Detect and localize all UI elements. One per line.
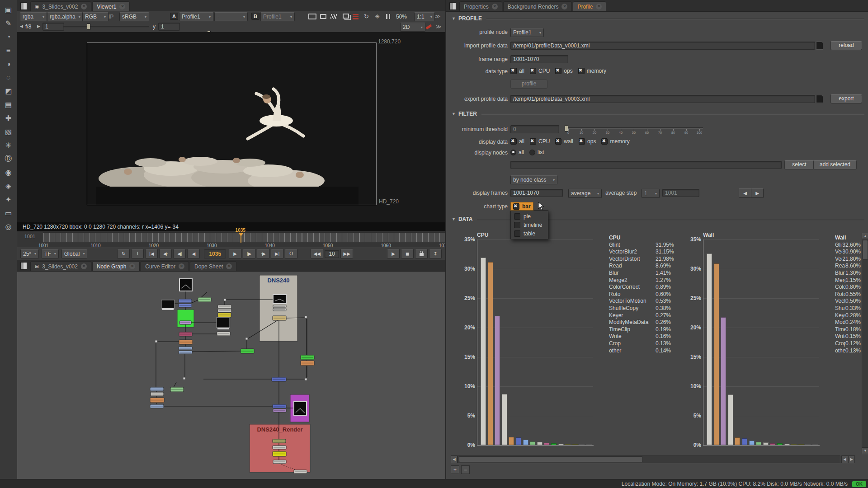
close-icon[interactable]: ✕ [81,263,87,269]
bar-TimeClip[interactable] [791,444,797,445]
add-selected-button[interactable]: add selected [813,160,857,169]
reload-button[interactable]: reload [830,41,862,50]
transform-icon[interactable]: ✚ [2,112,15,124]
checkbox-icon[interactable] [601,138,608,145]
close-icon[interactable]: ✕ [129,263,135,269]
node[interactable] [179,299,192,303]
merge-icon[interactable]: ▤ [2,99,15,111]
node[interactable] [294,470,307,474]
tab-properties[interactable]: Properties ✕ [459,1,502,11]
close-icon[interactable]: ✕ [119,4,125,9]
input-process-label[interactable]: IP [108,14,113,20]
bar-Keyer[interactable] [551,443,557,445]
roi-stripes-icon[interactable] [329,13,339,20]
layer-dropdown[interactable]: rgba [20,12,47,21]
node[interactable] [179,351,192,354]
monitor-node[interactable] [217,318,230,329]
node[interactable] [301,355,314,360]
scroll-right-button[interactable]: ▶ [848,455,855,463]
node[interactable] [151,392,164,396]
dot-node[interactable] [245,338,248,340]
wipe-mode-dropdown[interactable]: - [214,12,248,21]
radio-icon[interactable] [529,150,535,155]
profile-node-dropdown[interactable]: Profile1 [510,28,544,37]
thumbnail-node[interactable] [294,402,307,415]
threed-icon[interactable]: ▧ [2,126,15,138]
fps-dropdown[interactable]: 25* [20,249,39,258]
alpha-dropdown[interactable]: rgba.alpha [47,12,82,21]
bar-Crop[interactable] [805,444,811,445]
bar-Keyer[interactable] [777,443,783,445]
bar-Glint[interactable] [481,258,486,445]
color-icon[interactable]: ◑ [2,58,15,70]
average-step-dropdown[interactable]: 1 [642,189,660,198]
goto-start-button[interactable]: |◀ [145,249,158,258]
views-icon[interactable]: ◉ [2,166,15,178]
gamma-field[interactable]: 1 [158,23,180,31]
other-icon[interactable]: ▭ [2,207,15,219]
thumbnail-node[interactable] [273,295,286,304]
node[interactable] [198,297,211,302]
dot-node[interactable] [155,340,157,343]
zoom-level[interactable]: 50% [396,14,407,20]
gain-prev-icon[interactable]: ◀ [20,24,23,28]
render-stop-icon[interactable]: ◼ [401,249,414,258]
node[interactable] [273,404,286,408]
select-button[interactable]: select [784,160,814,169]
pane-menu-button[interactable] [449,2,456,10]
input-a-dropdown[interactable]: Profile1 [179,12,213,21]
bar-Write[interactable] [798,444,804,445]
node[interactable] [241,349,254,353]
timeline-ruler[interactable]: 100110101020103010401050106010701035 [43,232,445,242]
display-frames-field[interactable]: 1001-1070 [510,189,563,197]
profile-button[interactable]: profile [510,80,547,89]
filter-section-header[interactable]: ▼ FILTER [452,111,864,117]
input-b-dropdown[interactable]: Profile1 [260,12,295,21]
next-keyframe-button[interactable]: ·▶ [257,249,269,258]
node[interactable] [273,316,286,320]
tab-profile[interactable]: Profile ✕ [573,1,606,11]
bar-ModifyMetaData[interactable] [784,444,790,445]
channel-icon[interactable]: ≡ [2,44,15,56]
gear-icon[interactable]: ✳ [373,13,382,20]
bar-TimeClip[interactable] [565,444,571,445]
node[interactable] [301,361,314,366]
import-path-field[interactable]: /temp/01/profileData_v0001.xml [510,42,815,50]
disclosure-triangle-icon[interactable]: ▼ [452,217,456,221]
bar-VectorBlur2[interactable] [714,263,719,445]
bar-Read[interactable] [728,394,733,445]
tab-viewer1[interactable]: Viewer1 ✕ [92,1,130,11]
checkbox-icon[interactable] [555,68,561,74]
close-icon[interactable]: ✕ [492,4,498,9]
menu-item-timeline[interactable]: timeline [511,221,548,229]
display-channels-dropdown[interactable]: RGB [82,12,108,21]
tab-curve-editor[interactable]: Curve Editor ✕ [141,261,189,271]
checkbox-icon[interactable] [510,68,517,74]
bar-Glint[interactable] [707,253,712,445]
close-icon[interactable]: ✕ [81,4,87,9]
checkbox-icon[interactable] [555,138,561,145]
step-forward-button[interactable]: |▶ [243,249,255,258]
node[interactable] [179,332,192,336]
tab-node-graph[interactable]: Node Graph ✕ [92,261,140,271]
step-back-button[interactable]: ◀| [173,249,186,258]
prev-frame-button[interactable]: ◀ [739,188,751,198]
frame-range-dropdown[interactable]: Global [61,249,88,258]
metadata-icon[interactable]: ◈ [2,180,15,192]
bar-Blur[interactable] [509,437,514,445]
dot-node[interactable] [224,299,226,301]
frame-range-field[interactable]: 1001-1070 [510,55,568,63]
node[interactable] [150,404,164,408]
overflow-chevron-icon[interactable]: ≫ [435,13,441,19]
node[interactable] [218,309,231,312]
export-button[interactable]: export [830,94,862,103]
render-to-disk-icon[interactable]: ↧ [429,249,442,258]
ratio-dropdown[interactable]: 1:1 [414,12,435,21]
tab-dope-sheet[interactable]: Dope Sheet ✕ [190,261,236,271]
timeline[interactable]: 1001 10011010102010301040105010601070103… [17,231,445,247]
vertical-scroll-thumb[interactable] [863,240,868,260]
radio-icon[interactable] [510,150,516,155]
frame-range-button[interactable]: O [285,249,297,258]
node[interactable] [179,347,192,350]
flipbook-play-icon[interactable]: ▶ [387,249,400,258]
